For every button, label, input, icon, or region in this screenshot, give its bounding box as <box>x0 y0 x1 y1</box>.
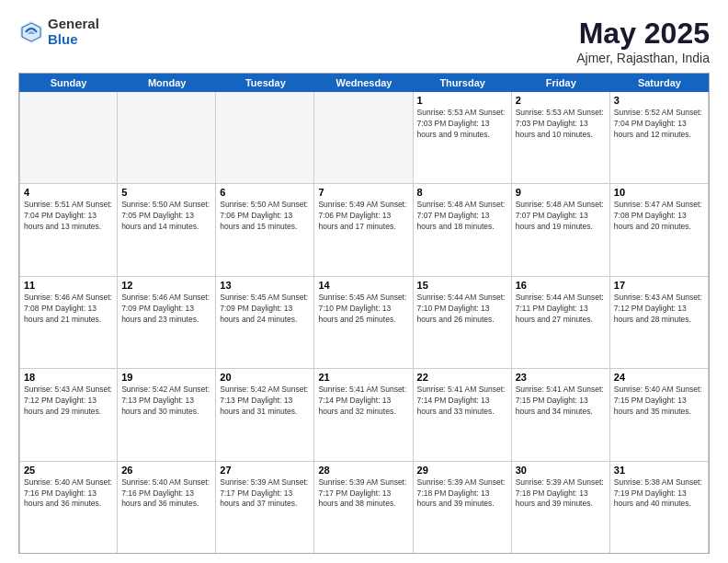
day-number: 29 <box>417 465 507 476</box>
day-number: 16 <box>516 280 606 291</box>
calendar-week-5: 25Sunrise: 5:40 AM Sunset: 7:16 PM Dayli… <box>19 462 709 553</box>
day-number: 1 <box>417 95 507 106</box>
day-cell-15: 15Sunrise: 5:44 AM Sunset: 7:10 PM Dayli… <box>414 277 512 368</box>
day-cell-11: 11Sunrise: 5:46 AM Sunset: 7:08 PM Dayli… <box>19 277 118 368</box>
day-info: Sunrise: 5:50 AM Sunset: 7:05 PM Dayligh… <box>121 200 211 233</box>
empty-cell <box>118 92 216 183</box>
day-cell-14: 14Sunrise: 5:45 AM Sunset: 7:10 PM Dayli… <box>314 277 413 368</box>
header: General Blue May 2025 Ajmer, Rajasthan, … <box>18 17 710 65</box>
day-number: 27 <box>220 465 310 476</box>
day-info: Sunrise: 5:42 AM Sunset: 7:13 PM Dayligh… <box>121 385 211 418</box>
day-cell-17: 17Sunrise: 5:43 AM Sunset: 7:12 PM Dayli… <box>610 277 709 368</box>
day-info: Sunrise: 5:39 AM Sunset: 7:18 PM Dayligh… <box>516 477 606 511</box>
day-number: 8 <box>417 187 507 198</box>
day-number: 30 <box>516 465 606 476</box>
header-day-tuesday: Tuesday <box>216 74 314 92</box>
day-number: 21 <box>318 372 408 383</box>
day-cell-9: 9Sunrise: 5:48 AM Sunset: 7:07 PM Daylig… <box>512 184 610 275</box>
month-title: May 2025 <box>576 17 710 51</box>
day-info: Sunrise: 5:39 AM Sunset: 7:18 PM Dayligh… <box>417 477 507 511</box>
day-info: Sunrise: 5:47 AM Sunset: 7:08 PM Dayligh… <box>614 200 704 233</box>
header-day-wednesday: Wednesday <box>314 74 413 92</box>
day-info: Sunrise: 5:52 AM Sunset: 7:04 PM Dayligh… <box>614 108 704 141</box>
calendar: SundayMondayTuesdayWednesdayThursdayFrid… <box>18 73 710 554</box>
day-number: 28 <box>318 465 408 476</box>
day-cell-31: 31Sunrise: 5:38 AM Sunset: 7:19 PM Dayli… <box>610 462 709 553</box>
day-number: 12 <box>121 280 211 291</box>
day-cell-5: 5Sunrise: 5:50 AM Sunset: 7:05 PM Daylig… <box>118 184 216 275</box>
day-number: 9 <box>516 187 606 198</box>
day-info: Sunrise: 5:44 AM Sunset: 7:11 PM Dayligh… <box>516 293 606 326</box>
day-cell-1: 1Sunrise: 5:53 AM Sunset: 7:03 PM Daylig… <box>414 92 512 183</box>
day-number: 5 <box>121 187 211 198</box>
day-number: 3 <box>614 95 704 106</box>
day-number: 23 <box>516 372 606 383</box>
day-cell-25: 25Sunrise: 5:40 AM Sunset: 7:16 PM Dayli… <box>19 462 118 553</box>
day-info: Sunrise: 5:43 AM Sunset: 7:12 PM Dayligh… <box>614 293 704 326</box>
day-info: Sunrise: 5:50 AM Sunset: 7:06 PM Dayligh… <box>220 200 310 233</box>
day-number: 20 <box>220 372 310 383</box>
header-day-saturday: Saturday <box>610 74 709 92</box>
day-number: 25 <box>24 465 113 476</box>
day-number: 31 <box>614 465 704 476</box>
day-cell-18: 18Sunrise: 5:43 AM Sunset: 7:12 PM Dayli… <box>19 369 118 460</box>
day-info: Sunrise: 5:42 AM Sunset: 7:13 PM Dayligh… <box>220 385 310 418</box>
day-info: Sunrise: 5:51 AM Sunset: 7:04 PM Dayligh… <box>24 200 113 233</box>
day-info: Sunrise: 5:40 AM Sunset: 7:16 PM Dayligh… <box>24 477 113 511</box>
day-cell-26: 26Sunrise: 5:40 AM Sunset: 7:16 PM Dayli… <box>118 462 216 553</box>
day-info: Sunrise: 5:46 AM Sunset: 7:08 PM Dayligh… <box>24 293 113 326</box>
day-info: Sunrise: 5:48 AM Sunset: 7:07 PM Dayligh… <box>417 200 507 233</box>
day-number: 24 <box>614 372 704 383</box>
day-cell-16: 16Sunrise: 5:44 AM Sunset: 7:11 PM Dayli… <box>512 277 610 368</box>
day-number: 22 <box>417 372 507 383</box>
day-info: Sunrise: 5:40 AM Sunset: 7:15 PM Dayligh… <box>614 385 704 418</box>
day-cell-2: 2Sunrise: 5:53 AM Sunset: 7:03 PM Daylig… <box>512 92 610 183</box>
header-day-friday: Friday <box>512 74 610 92</box>
day-cell-19: 19Sunrise: 5:42 AM Sunset: 7:13 PM Dayli… <box>118 369 216 460</box>
header-day-sunday: Sunday <box>19 74 118 92</box>
day-info: Sunrise: 5:46 AM Sunset: 7:09 PM Dayligh… <box>121 293 211 326</box>
day-cell-23: 23Sunrise: 5:41 AM Sunset: 7:15 PM Dayli… <box>512 369 610 460</box>
day-info: Sunrise: 5:45 AM Sunset: 7:09 PM Dayligh… <box>220 293 310 326</box>
day-number: 4 <box>24 187 113 198</box>
page: General Blue May 2025 Ajmer, Rajasthan, … <box>0 0 728 563</box>
day-number: 6 <box>220 187 310 198</box>
header-day-monday: Monday <box>118 74 216 92</box>
location-subtitle: Ajmer, Rajasthan, India <box>576 51 710 65</box>
day-cell-12: 12Sunrise: 5:46 AM Sunset: 7:09 PM Dayli… <box>118 277 216 368</box>
day-cell-20: 20Sunrise: 5:42 AM Sunset: 7:13 PM Dayli… <box>216 369 314 460</box>
day-cell-21: 21Sunrise: 5:41 AM Sunset: 7:14 PM Dayli… <box>314 369 413 460</box>
calendar-week-4: 18Sunrise: 5:43 AM Sunset: 7:12 PM Dayli… <box>19 369 709 461</box>
calendar-week-1: 1Sunrise: 5:53 AM Sunset: 7:03 PM Daylig… <box>19 92 709 184</box>
day-number: 7 <box>318 187 408 198</box>
day-info: Sunrise: 5:53 AM Sunset: 7:03 PM Dayligh… <box>417 108 507 141</box>
day-info: Sunrise: 5:40 AM Sunset: 7:16 PM Dayligh… <box>121 477 211 511</box>
day-info: Sunrise: 5:39 AM Sunset: 7:17 PM Dayligh… <box>220 477 310 511</box>
day-cell-30: 30Sunrise: 5:39 AM Sunset: 7:18 PM Dayli… <box>512 462 610 553</box>
day-number: 26 <box>121 465 211 476</box>
day-number: 11 <box>24 280 113 291</box>
day-cell-27: 27Sunrise: 5:39 AM Sunset: 7:17 PM Dayli… <box>216 462 314 553</box>
logo-general: General <box>48 17 99 32</box>
day-cell-13: 13Sunrise: 5:45 AM Sunset: 7:09 PM Dayli… <box>216 277 314 368</box>
day-cell-6: 6Sunrise: 5:50 AM Sunset: 7:06 PM Daylig… <box>216 184 314 275</box>
logo-blue: Blue <box>48 32 99 48</box>
day-info: Sunrise: 5:43 AM Sunset: 7:12 PM Dayligh… <box>24 385 113 418</box>
day-cell-3: 3Sunrise: 5:52 AM Sunset: 7:04 PM Daylig… <box>610 92 709 183</box>
logo-icon <box>18 19 44 45</box>
calendar-body: 1Sunrise: 5:53 AM Sunset: 7:03 PM Daylig… <box>19 92 709 553</box>
day-cell-22: 22Sunrise: 5:41 AM Sunset: 7:14 PM Dayli… <box>414 369 512 460</box>
day-info: Sunrise: 5:45 AM Sunset: 7:10 PM Dayligh… <box>318 293 408 326</box>
day-info: Sunrise: 5:49 AM Sunset: 7:06 PM Dayligh… <box>318 200 408 233</box>
day-number: 17 <box>614 280 704 291</box>
calendar-header: SundayMondayTuesdayWednesdayThursdayFrid… <box>19 74 709 92</box>
day-number: 14 <box>318 280 408 291</box>
day-cell-7: 7Sunrise: 5:49 AM Sunset: 7:06 PM Daylig… <box>314 184 413 275</box>
day-number: 15 <box>417 280 507 291</box>
day-info: Sunrise: 5:48 AM Sunset: 7:07 PM Dayligh… <box>516 200 606 233</box>
day-number: 13 <box>220 280 310 291</box>
empty-cell <box>314 92 413 183</box>
calendar-week-2: 4Sunrise: 5:51 AM Sunset: 7:04 PM Daylig… <box>19 184 709 276</box>
empty-cell <box>19 92 118 183</box>
title-block: May 2025 Ajmer, Rajasthan, India <box>576 17 710 65</box>
